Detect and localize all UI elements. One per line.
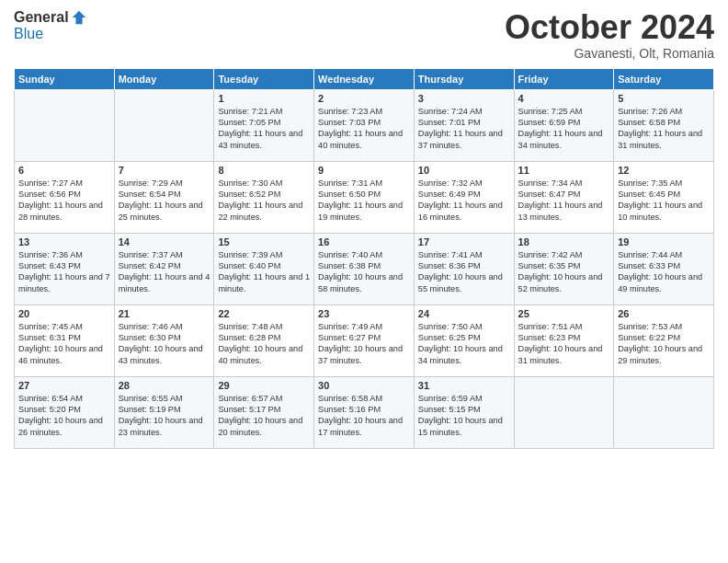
cell-content: Sunrise: 7:44 AM Sunset: 6:33 PM Dayligh…: [618, 249, 710, 295]
week-row-4: 27Sunrise: 6:54 AM Sunset: 5:20 PM Dayli…: [15, 376, 714, 448]
day-number: 27: [18, 380, 110, 391]
calendar-cell: 3Sunrise: 7:24 AM Sunset: 7:01 PM Daylig…: [414, 89, 514, 161]
svg-marker-0: [72, 11, 85, 24]
calendar-cell: 15Sunrise: 7:39 AM Sunset: 6:40 PM Dayli…: [214, 233, 314, 304]
cell-content: Sunrise: 7:26 AM Sunset: 6:58 PM Dayligh…: [618, 106, 710, 152]
logo: General Blue: [14, 9, 87, 42]
calendar-cell: 11Sunrise: 7:34 AM Sunset: 6:47 PM Dayli…: [514, 161, 614, 233]
day-number: 14: [119, 236, 210, 247]
calendar-cell: 17Sunrise: 7:41 AM Sunset: 6:36 PM Dayli…: [414, 233, 514, 304]
day-number: 8: [218, 165, 310, 176]
cell-content: Sunrise: 7:36 AM Sunset: 6:43 PM Dayligh…: [18, 249, 110, 295]
week-row-0: 1Sunrise: 7:21 AM Sunset: 7:05 PM Daylig…: [15, 89, 714, 161]
page-container: General Blue October 2024 Gavanesti, Olt…: [0, 0, 728, 458]
week-row-3: 20Sunrise: 7:45 AM Sunset: 6:31 PM Dayli…: [15, 304, 714, 376]
calendar-cell: 8Sunrise: 7:30 AM Sunset: 6:52 PM Daylig…: [214, 161, 314, 233]
calendar-cell: 6Sunrise: 7:27 AM Sunset: 6:56 PM Daylig…: [15, 161, 115, 233]
day-number: 22: [218, 308, 310, 319]
cell-content: Sunrise: 7:35 AM Sunset: 6:45 PM Dayligh…: [618, 178, 710, 224]
day-number: 25: [518, 308, 610, 319]
day-number: 17: [418, 236, 510, 247]
calendar-cell: 27Sunrise: 6:54 AM Sunset: 5:20 PM Dayli…: [15, 376, 115, 448]
calendar-cell: 13Sunrise: 7:36 AM Sunset: 6:43 PM Dayli…: [15, 233, 115, 304]
calendar-cell: 2Sunrise: 7:23 AM Sunset: 7:03 PM Daylig…: [314, 89, 415, 161]
day-number: 7: [119, 165, 210, 176]
day-number: 15: [218, 236, 310, 247]
cell-content: Sunrise: 7:49 AM Sunset: 6:27 PM Dayligh…: [318, 321, 410, 367]
day-number: 29: [218, 380, 310, 391]
calendar-table: SundayMondayTuesdayWednesdayThursdayFrid…: [14, 68, 714, 449]
day-header-wednesday: Wednesday: [314, 68, 415, 89]
header-row: SundayMondayTuesdayWednesdayThursdayFrid…: [15, 68, 714, 89]
day-number: 18: [518, 236, 610, 247]
day-header-tuesday: Tuesday: [214, 68, 314, 89]
calendar-cell: 28Sunrise: 6:55 AM Sunset: 5:19 PM Dayli…: [114, 376, 214, 448]
day-number: 11: [518, 165, 610, 176]
day-number: 2: [318, 93, 410, 104]
calendar-cell: 1Sunrise: 7:21 AM Sunset: 7:05 PM Daylig…: [214, 89, 314, 161]
cell-content: Sunrise: 7:29 AM Sunset: 6:54 PM Dayligh…: [119, 178, 210, 224]
cell-content: Sunrise: 6:55 AM Sunset: 5:19 PM Dayligh…: [119, 393, 210, 439]
cell-content: Sunrise: 6:59 AM Sunset: 5:15 PM Dayligh…: [418, 393, 510, 439]
cell-content: Sunrise: 7:53 AM Sunset: 6:22 PM Dayligh…: [618, 321, 710, 367]
calendar-cell: [114, 89, 214, 161]
calendar-cell: 23Sunrise: 7:49 AM Sunset: 6:27 PM Dayli…: [314, 304, 415, 376]
cell-content: Sunrise: 7:24 AM Sunset: 7:01 PM Dayligh…: [418, 106, 510, 152]
calendar-cell: 30Sunrise: 6:58 AM Sunset: 5:16 PM Dayli…: [314, 376, 415, 448]
cell-content: Sunrise: 7:37 AM Sunset: 6:42 PM Dayligh…: [119, 249, 210, 295]
cell-content: Sunrise: 7:41 AM Sunset: 6:36 PM Dayligh…: [418, 249, 510, 295]
calendar-cell: 12Sunrise: 7:35 AM Sunset: 6:45 PM Dayli…: [614, 161, 714, 233]
cell-content: Sunrise: 7:21 AM Sunset: 7:05 PM Dayligh…: [218, 106, 310, 152]
cell-content: Sunrise: 7:30 AM Sunset: 6:52 PM Dayligh…: [218, 178, 310, 224]
calendar-cell: 10Sunrise: 7:32 AM Sunset: 6:49 PM Dayli…: [414, 161, 514, 233]
cell-content: Sunrise: 6:54 AM Sunset: 5:20 PM Dayligh…: [18, 393, 110, 439]
calendar-cell: 31Sunrise: 6:59 AM Sunset: 5:15 PM Dayli…: [414, 376, 514, 448]
day-number: 16: [318, 236, 410, 247]
cell-content: Sunrise: 6:57 AM Sunset: 5:17 PM Dayligh…: [218, 393, 310, 439]
logo-text: General: [14, 9, 87, 26]
day-number: 28: [119, 380, 210, 391]
logo-general: General: [14, 9, 69, 26]
logo-icon: [71, 9, 87, 26]
day-number: 19: [618, 236, 710, 247]
cell-content: Sunrise: 7:23 AM Sunset: 7:03 PM Dayligh…: [318, 106, 410, 152]
cell-content: Sunrise: 7:31 AM Sunset: 6:50 PM Dayligh…: [318, 178, 410, 224]
title-block: October 2024 Gavanesti, Olt, Romania: [505, 9, 714, 61]
header: General Blue October 2024 Gavanesti, Olt…: [14, 9, 714, 61]
cell-content: Sunrise: 7:46 AM Sunset: 6:30 PM Dayligh…: [119, 321, 210, 367]
cell-content: Sunrise: 7:51 AM Sunset: 6:23 PM Dayligh…: [518, 321, 610, 367]
calendar-cell: 25Sunrise: 7:51 AM Sunset: 6:23 PM Dayli…: [514, 304, 614, 376]
calendar-cell: [15, 89, 115, 161]
cell-content: Sunrise: 7:42 AM Sunset: 6:35 PM Dayligh…: [518, 249, 610, 295]
calendar-cell: 7Sunrise: 7:29 AM Sunset: 6:54 PM Daylig…: [114, 161, 214, 233]
cell-content: Sunrise: 6:58 AM Sunset: 5:16 PM Dayligh…: [318, 393, 410, 439]
day-number: 13: [18, 236, 110, 247]
day-number: 26: [618, 308, 710, 319]
day-number: 20: [18, 308, 110, 319]
day-number: 24: [418, 308, 510, 319]
calendar-cell: 16Sunrise: 7:40 AM Sunset: 6:38 PM Dayli…: [314, 233, 415, 304]
day-number: 5: [618, 93, 710, 104]
month-title: October 2024: [505, 9, 714, 46]
calendar-cell: 19Sunrise: 7:44 AM Sunset: 6:33 PM Dayli…: [614, 233, 714, 304]
cell-content: Sunrise: 7:48 AM Sunset: 6:28 PM Dayligh…: [218, 321, 310, 367]
week-row-1: 6Sunrise: 7:27 AM Sunset: 6:56 PM Daylig…: [15, 161, 714, 233]
calendar-cell: 20Sunrise: 7:45 AM Sunset: 6:31 PM Dayli…: [15, 304, 115, 376]
calendar-cell: [614, 376, 714, 448]
calendar-cell: 22Sunrise: 7:48 AM Sunset: 6:28 PM Dayli…: [214, 304, 314, 376]
calendar-cell: 9Sunrise: 7:31 AM Sunset: 6:50 PM Daylig…: [314, 161, 415, 233]
day-header-friday: Friday: [514, 68, 614, 89]
day-number: 4: [518, 93, 610, 104]
day-number: 31: [418, 380, 510, 391]
logo-blue: Blue: [14, 26, 43, 41]
calendar-cell: 4Sunrise: 7:25 AM Sunset: 6:59 PM Daylig…: [514, 89, 614, 161]
cell-content: Sunrise: 7:40 AM Sunset: 6:38 PM Dayligh…: [318, 249, 410, 295]
week-row-2: 13Sunrise: 7:36 AM Sunset: 6:43 PM Dayli…: [15, 233, 714, 304]
calendar-cell: 24Sunrise: 7:50 AM Sunset: 6:25 PM Dayli…: [414, 304, 514, 376]
day-number: 6: [18, 165, 110, 176]
day-number: 10: [418, 165, 510, 176]
day-header-monday: Monday: [114, 68, 214, 89]
location-subtitle: Gavanesti, Olt, Romania: [505, 46, 714, 61]
calendar-cell: 14Sunrise: 7:37 AM Sunset: 6:42 PM Dayli…: [114, 233, 214, 304]
cell-content: Sunrise: 7:25 AM Sunset: 6:59 PM Dayligh…: [518, 106, 610, 152]
